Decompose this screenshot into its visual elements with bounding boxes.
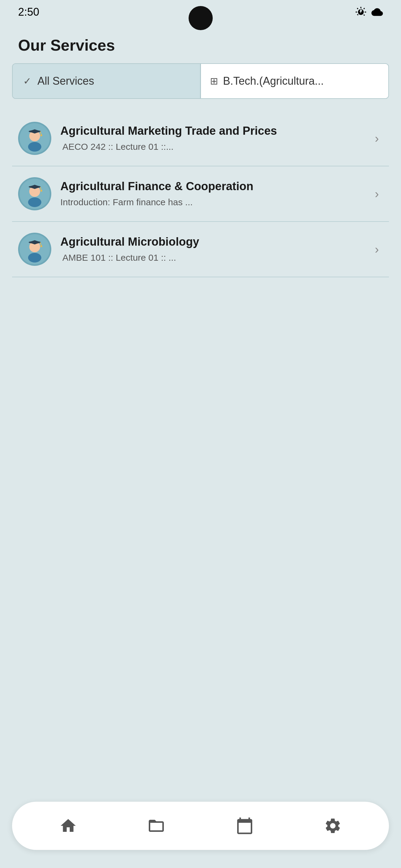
svg-point-23	[40, 245, 42, 247]
graduate-avatar-icon-3	[20, 234, 50, 264]
calendar-icon	[234, 815, 255, 836]
tab-btech[interactable]: ⊞ B.Tech.(Agricultura...	[201, 64, 388, 98]
grid-icon: ⊞	[210, 75, 218, 87]
course-chevron-1: ›	[371, 132, 383, 144]
alarm-icon	[355, 6, 367, 18]
svg-point-9	[28, 197, 41, 207]
course-title-2: Agricultural Finance & Cooperation	[60, 180, 362, 193]
course-chevron-2: ›	[371, 188, 383, 200]
course-avatar-2	[18, 177, 51, 210]
course-chevron-3: ›	[371, 243, 383, 255]
tab-all-services-label: All Services	[37, 75, 94, 87]
filter-tabs: ✓ All Services ⊞ B.Tech.(Agricultura...	[12, 63, 389, 99]
course-subtitle-3: AMBE 101 :: Lecture 01 :: ...	[60, 252, 362, 264]
camera-dot	[189, 6, 213, 30]
course-subtitle-1: AECO 242 :: Lecture 01 ::...	[60, 141, 362, 153]
svg-point-1	[28, 142, 41, 152]
tab-btech-label: B.Tech.(Agricultura...	[223, 75, 324, 87]
svg-point-15	[40, 190, 42, 192]
course-info-2: Agricultural Finance & Cooperation Intro…	[60, 180, 362, 208]
course-item-1[interactable]: Agricultural Marketing Trade and Prices …	[12, 111, 389, 166]
course-title-1: Agricultural Marketing Trade and Prices	[60, 124, 362, 138]
course-avatar-3	[18, 233, 51, 266]
course-avatar-1	[18, 122, 51, 155]
course-item-3[interactable]: Agricultural Microbiology AMBE 101 :: Le…	[12, 222, 389, 277]
folders-icon	[146, 815, 167, 836]
status-icons	[355, 6, 383, 18]
svg-point-17	[28, 253, 41, 262]
graduate-avatar-icon-2	[20, 179, 50, 209]
nav-item-folders[interactable]	[112, 815, 200, 836]
home-icon	[58, 815, 79, 836]
course-item-2[interactable]: Agricultural Finance & Cooperation Intro…	[12, 166, 389, 222]
bottom-nav	[12, 802, 389, 850]
status-time: 2:50	[18, 6, 39, 19]
nav-item-home[interactable]	[24, 815, 112, 836]
course-title-3: Agricultural Microbiology	[60, 235, 362, 249]
course-info-1: Agricultural Marketing Trade and Prices …	[60, 124, 362, 153]
graduate-avatar-icon	[20, 123, 50, 153]
nav-item-settings[interactable]	[289, 815, 377, 836]
check-icon: ✓	[22, 76, 33, 87]
course-info-3: Agricultural Microbiology AMBE 101 :: Le…	[60, 235, 362, 264]
tab-all-services[interactable]: ✓ All Services	[13, 64, 200, 98]
course-list: Agricultural Marketing Trade and Prices …	[0, 111, 401, 277]
svg-point-7	[40, 134, 42, 136]
cloud-icon	[371, 6, 383, 18]
settings-icon	[322, 815, 343, 836]
nav-item-calendar[interactable]	[201, 815, 289, 836]
course-subtitle-2: Introduction: Farm finance has ...	[60, 196, 362, 208]
